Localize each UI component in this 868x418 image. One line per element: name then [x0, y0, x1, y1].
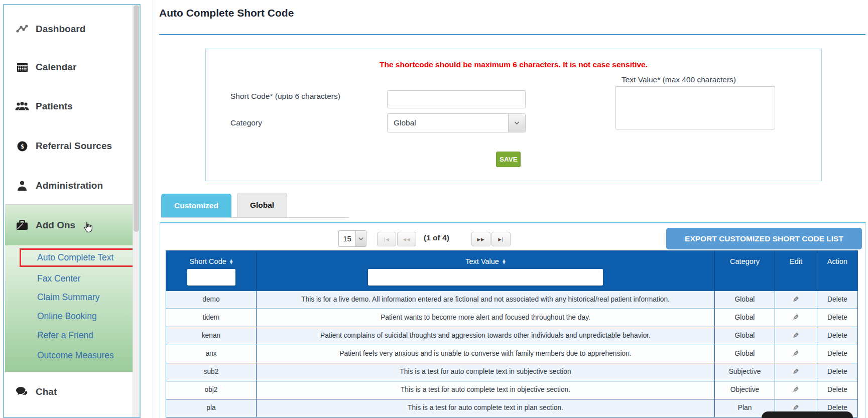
- cell-text-value: Patient feels very anxious and is unable…: [256, 345, 714, 363]
- page-status: (1 of 4): [424, 233, 449, 242]
- hand-cursor-icon: [83, 221, 93, 235]
- sidebar-item-dashboard[interactable]: Dashboard: [15, 22, 85, 37]
- cell-text-value: Patient wants to become more alert and f…: [256, 309, 714, 327]
- sidebar-item-label: Administration: [36, 180, 103, 191]
- delete-button[interactable]: Delete: [817, 345, 857, 363]
- dollar-circle-icon: $: [15, 141, 29, 152]
- column-header-category: Category: [730, 257, 760, 265]
- bottom-right-widget[interactable]: [762, 411, 853, 418]
- table-row: anxPatient feels very anxious and is una…: [166, 345, 857, 363]
- pencil-icon: ✎: [793, 313, 799, 323]
- sidebar-item-referral-sources[interactable]: $ Referral Sources: [15, 138, 112, 154]
- sort-icon: ▲▼: [503, 259, 506, 264]
- category-label: Category: [230, 118, 262, 127]
- chart-nodes-icon: [15, 24, 29, 34]
- page-size-select[interactable]: 15: [338, 230, 366, 247]
- users-group-icon: [15, 101, 29, 111]
- delete-button[interactable]: Delete: [817, 381, 857, 399]
- chat-bubbles-icon: [15, 386, 29, 398]
- category-select[interactable]: Global: [387, 113, 526, 132]
- edit-button[interactable]: ✎: [775, 291, 817, 309]
- cell-category: Subjective: [714, 363, 775, 381]
- warning-text: The shortcode should be maximum 6 charac…: [206, 60, 821, 69]
- sidebar-item-label: Patients: [36, 101, 73, 112]
- export-button[interactable]: EXPORT CUSTOMIZED SHORT CODE LIST: [666, 228, 862, 249]
- submenu-item-label: Refer a Friend: [37, 330, 93, 340]
- sidebar-item-calendar[interactable]: Calendar: [15, 60, 76, 75]
- edit-button[interactable]: ✎: [775, 345, 817, 363]
- tab-global[interactable]: Global: [237, 193, 287, 217]
- sidebar-item-chat[interactable]: Chat: [15, 384, 57, 399]
- sidebar-scrollbar-thumb[interactable]: [134, 5, 139, 232]
- app-screen: Dashboard Calendar Patients $ Referral S…: [0, 0, 868, 418]
- tab-customized[interactable]: Customized: [161, 194, 231, 217]
- submenu-item-label: Outcome Measures: [37, 350, 114, 360]
- submenu-item-online-booking[interactable]: Online Booking: [37, 311, 97, 322]
- submenu-item-fax-center[interactable]: Fax Center: [37, 273, 81, 284]
- first-page-button[interactable]: |◀: [377, 232, 396, 246]
- cell-short-code: kenan: [166, 327, 256, 345]
- submenu-item-claim-summary[interactable]: Claim Summary: [37, 292, 99, 303]
- sidebar-item-administration[interactable]: Administration: [15, 178, 103, 193]
- svg-text:$: $: [21, 143, 24, 150]
- submenu-item-label: Claim Summary: [37, 292, 99, 302]
- table-row: sub2This is a test for auto complete tex…: [166, 363, 857, 381]
- sidebar-item-label: Dashboard: [36, 24, 85, 35]
- submenu-item-label: Auto Complete Text: [37, 252, 113, 263]
- next-page-button[interactable]: ▶▶: [471, 232, 490, 246]
- cell-text-value: Patient complains of suicidal thoughts a…: [256, 327, 714, 345]
- column-header-text-value[interactable]: Text Value ▲▼: [465, 257, 505, 265]
- submenu-item-refer-a-friend[interactable]: Refer a Friend: [37, 330, 93, 341]
- delete-button[interactable]: Delete: [817, 309, 857, 327]
- column-header-short-code[interactable]: Short Code ▲▼: [189, 257, 232, 265]
- pencil-icon: ✎: [793, 349, 799, 359]
- delete-button[interactable]: Delete: [817, 363, 857, 381]
- delete-button[interactable]: Delete: [817, 327, 857, 345]
- short-code-label: Short Code* (upto 6 characters): [230, 92, 340, 101]
- briefcase-icon: [15, 220, 29, 230]
- sidebar-item-patients[interactable]: Patients: [15, 99, 73, 114]
- cell-category: Global: [714, 345, 775, 363]
- sidebar-item-label: Calendar: [36, 62, 76, 73]
- prev-page-button[interactable]: ◀◀: [397, 232, 416, 246]
- last-page-button[interactable]: ▶|: [491, 232, 511, 246]
- submenu-item-outcome-measures[interactable]: Outcome Measures: [37, 350, 114, 361]
- content-divider: [153, 0, 153, 418]
- sidebar-item-label: Add Ons: [36, 220, 75, 231]
- cell-short-code: anx: [166, 345, 256, 363]
- cell-category: Global: [714, 327, 775, 345]
- text-value-textarea[interactable]: [615, 86, 775, 129]
- tab-underline: [161, 217, 349, 218]
- pencil-icon: ✎: [793, 367, 799, 377]
- cell-text-value: This is a test for auto complete text in…: [256, 363, 714, 381]
- sidebar-item-add-ons[interactable]: Add Ons: [5, 205, 135, 245]
- page-title: Auto Complete Short Code: [159, 7, 294, 19]
- cell-short-code: tidem: [166, 309, 256, 327]
- table-row: plaThis is a test for auto complete text…: [166, 399, 857, 417]
- edit-button[interactable]: ✎: [775, 309, 817, 327]
- calendar-icon: [15, 62, 29, 72]
- sidebar: Dashboard Calendar Patients $ Referral S…: [3, 4, 141, 418]
- edit-button[interactable]: ✎: [775, 381, 817, 399]
- save-button[interactable]: SAVE: [496, 152, 521, 167]
- table-body: demoThis is for a live demo. All informa…: [166, 291, 857, 417]
- cell-category: Objective: [714, 381, 775, 399]
- sidebar-scrollbar[interactable]: [133, 5, 140, 417]
- last-page-icon: ▶|: [498, 237, 504, 242]
- cell-text-value: This is a test for auto complete text in…: [256, 399, 714, 417]
- submenu-item-label: Online Booking: [37, 311, 97, 321]
- edit-button[interactable]: ✎: [775, 327, 817, 345]
- chevron-down-icon: [355, 231, 366, 246]
- text-value-filter-input[interactable]: [368, 269, 603, 286]
- first-page-icon: |◀: [384, 237, 389, 242]
- submenu-item-auto-complete-text[interactable]: Auto Complete Text: [20, 248, 134, 267]
- short-code-input[interactable]: [387, 90, 526, 108]
- chevron-down-icon: [508, 114, 525, 132]
- short-code-filter-input[interactable]: [187, 269, 235, 286]
- table-row: tidemPatient wants to become more alert …: [166, 309, 857, 327]
- delete-button[interactable]: Delete: [817, 291, 857, 309]
- sidebar-item-label: Chat: [36, 386, 57, 397]
- table-panel: 15 |◀ ◀◀ (1 of 4) ▶▶ ▶| EXPORT CUSTOMIZE…: [160, 222, 866, 418]
- edit-button[interactable]: ✎: [775, 363, 817, 381]
- column-header-edit: Edit: [790, 257, 802, 265]
